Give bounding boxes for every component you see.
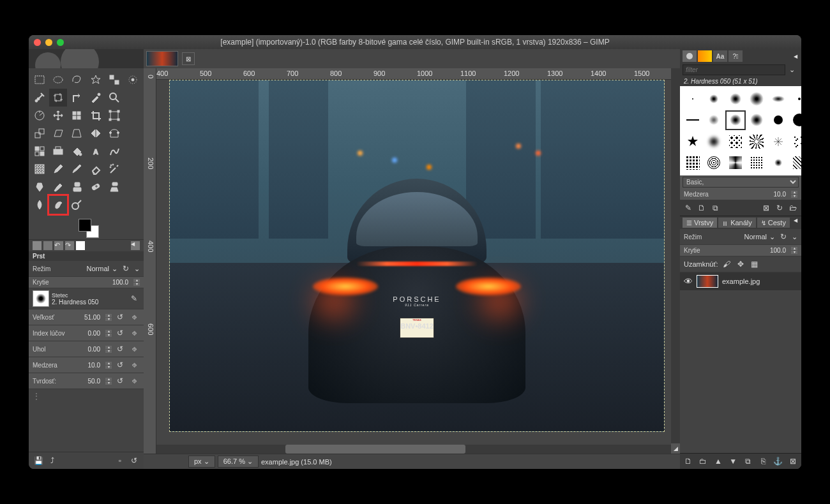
new-group-icon[interactable]: 🗀 bbox=[697, 456, 709, 467]
paths-tab[interactable]: ↯ Cesty bbox=[757, 218, 790, 228]
link-icon[interactable]: ⎆ bbox=[128, 327, 140, 339]
mypaint-tool[interactable] bbox=[49, 178, 67, 196]
lock-position-icon[interactable]: ✥ bbox=[735, 258, 746, 270]
heal-tool[interactable] bbox=[87, 178, 105, 196]
brush-preset-select[interactable]: Basic, bbox=[683, 177, 799, 188]
vertical-scrollbar[interactable]: ◢ bbox=[671, 68, 680, 454]
layer-opacity-row[interactable]: Krytie 100.0 ▴▾ bbox=[680, 245, 801, 256]
align-tool[interactable] bbox=[68, 107, 86, 124]
bucket-fill-tool[interactable] bbox=[68, 142, 86, 160]
link-icon[interactable]: ⎆ bbox=[128, 359, 140, 371]
smudge-tool[interactable] bbox=[49, 196, 67, 214]
chevron-down-icon[interactable]: ⌄ bbox=[112, 265, 117, 273]
move-tool[interactable] bbox=[49, 107, 67, 124]
images-icon[interactable] bbox=[76, 241, 85, 250]
undo-icon[interactable]: ↶ bbox=[54, 241, 63, 250]
canvas[interactable]: PORSCHE911 Carrera TEXASBNV•8412 bbox=[156, 80, 671, 445]
vertical-ruler[interactable]: 0200400600 bbox=[144, 68, 156, 454]
clone-tool[interactable] bbox=[68, 178, 86, 196]
device-status-icon[interactable] bbox=[33, 241, 42, 250]
free-select-tool[interactable] bbox=[68, 71, 86, 89]
blur-tool[interactable] bbox=[31, 196, 49, 214]
chevron-down-icon[interactable]: ⌄ bbox=[134, 265, 140, 273]
layer-name[interactable]: example.jpg bbox=[722, 278, 760, 285]
zoom-tool[interactable] bbox=[105, 89, 123, 107]
unified-transform-tool[interactable] bbox=[105, 107, 123, 124]
layer-thumbnail[interactable] bbox=[697, 275, 718, 288]
dock-menu-icon[interactable]: ◀ bbox=[794, 218, 799, 228]
layer-visibility-icon[interactable]: 👁 bbox=[684, 276, 693, 286]
image-tab-thumbnail[interactable] bbox=[146, 51, 178, 66]
raise-layer-icon[interactable]: ▲ bbox=[713, 456, 724, 467]
crop-tool[interactable] bbox=[49, 89, 67, 107]
restore-preset-icon[interactable]: ⤴ bbox=[47, 455, 58, 466]
chevron-down-icon[interactable]: ⌄ bbox=[769, 233, 775, 241]
opacity-row[interactable]: Krytie 100.0 ▴▾ bbox=[29, 277, 144, 288]
new-layer-icon[interactable]: 🗋 bbox=[683, 456, 694, 467]
duplicate-brush-icon[interactable]: ⧉ bbox=[709, 202, 721, 214]
tool-option-row[interactable]: Tvrdosť:50.0▴▾↺⎆ bbox=[29, 373, 144, 389]
refresh-brushes-icon[interactable]: ↻ bbox=[774, 202, 785, 214]
cage-tool[interactable] bbox=[105, 124, 123, 142]
new-brush-icon[interactable]: 🗋 bbox=[696, 202, 707, 214]
reset-preset-icon[interactable]: ↺ bbox=[128, 455, 140, 466]
shear-tool[interactable] bbox=[49, 124, 67, 142]
rect-select-tool[interactable] bbox=[31, 71, 49, 89]
patterns-tab[interactable] bbox=[698, 50, 712, 62]
layers-tab[interactable]: ☰ Vrstvy bbox=[683, 218, 717, 228]
fonts-tab[interactable]: Aa bbox=[713, 50, 727, 62]
open-as-image-icon[interactable]: 🗁 bbox=[787, 202, 799, 214]
reset-icon[interactable]: ↺ bbox=[114, 343, 126, 355]
lock-pixels-icon[interactable]: 🖌 bbox=[721, 258, 732, 270]
dock-menu-icon[interactable]: ◀ bbox=[131, 241, 140, 250]
reset-icon[interactable]: ↺ bbox=[114, 311, 126, 323]
blend-tool[interactable] bbox=[31, 160, 49, 178]
lower-layer-icon[interactable]: ▼ bbox=[727, 456, 739, 467]
zoom-selector[interactable]: 66.7 % ⌄ bbox=[218, 456, 259, 468]
brush-grid[interactable] bbox=[680, 86, 801, 175]
delete-preset-icon[interactable]: ▫ bbox=[114, 455, 126, 466]
perspective-clone-tool[interactable] bbox=[105, 178, 123, 196]
close-tab-button[interactable]: ⊠ bbox=[182, 52, 195, 65]
document-history-tab[interactable]: ?⃝ bbox=[728, 50, 743, 62]
mode-dropdown[interactable]: Normal bbox=[87, 265, 109, 272]
reset-icon[interactable]: ↺ bbox=[114, 359, 126, 371]
brushes-tab[interactable] bbox=[683, 50, 697, 62]
brush-name[interactable]: 2. Hardness 050 bbox=[52, 299, 126, 306]
unit-selector[interactable]: px ⌄ bbox=[188, 456, 215, 468]
lock-alpha-icon[interactable]: ▦ bbox=[749, 258, 760, 270]
scale-tool[interactable] bbox=[31, 124, 49, 142]
crop-tool-2[interactable] bbox=[87, 107, 105, 124]
brush-filter-input[interactable] bbox=[683, 64, 785, 75]
iscissors-tool[interactable] bbox=[124, 71, 142, 89]
tool-option-row[interactable]: Index lúčov0.00▴▾↺⎆ bbox=[29, 325, 144, 341]
reset-icon[interactable]: ↺ bbox=[114, 327, 126, 339]
save-preset-icon[interactable]: 💾 bbox=[33, 455, 44, 466]
brush-editor-icon[interactable]: ✎ bbox=[128, 293, 140, 304]
ink-tool[interactable] bbox=[31, 178, 49, 196]
perspective-tool[interactable] bbox=[68, 124, 86, 142]
chevron-down-icon[interactable]: ⌄ bbox=[785, 64, 799, 75]
ellipse-select-tool[interactable] bbox=[49, 71, 67, 89]
reset-layer-mode-icon[interactable]: ↻ bbox=[778, 231, 789, 242]
eraser-tool[interactable] bbox=[87, 160, 105, 178]
gradient-tool[interactable] bbox=[105, 142, 123, 160]
reset-icon[interactable]: ↺ bbox=[114, 375, 126, 387]
text-tool[interactable]: A bbox=[87, 142, 105, 160]
foreground-color[interactable] bbox=[79, 219, 91, 232]
reset-mode-icon[interactable]: ↻ bbox=[120, 263, 132, 274]
brush-spacing-row[interactable]: Medzera 10.0 ▴▾ bbox=[680, 189, 801, 200]
dock-menu-icon[interactable]: ◀ bbox=[794, 54, 799, 59]
horizontal-scrollbar[interactable] bbox=[156, 445, 671, 454]
layer-item[interactable]: 👁 example.jpg bbox=[680, 272, 801, 290]
fuzzy-select-tool[interactable] bbox=[87, 71, 105, 89]
foreground-select-tool[interactable] bbox=[31, 89, 49, 107]
measure-tool[interactable] bbox=[31, 107, 49, 124]
delete-layer-icon[interactable]: ⊠ bbox=[787, 456, 799, 467]
by-color-select-tool[interactable] bbox=[105, 71, 123, 89]
warp-tool[interactable] bbox=[31, 142, 49, 160]
link-icon[interactable]: ⎆ bbox=[128, 343, 140, 355]
horizontal-ruler[interactable]: 4005006007008009001000110012001300140015… bbox=[156, 68, 671, 80]
color-picker-tool[interactable] bbox=[87, 89, 105, 107]
tool-option-row[interactable]: Medzera10.0▴▾↺⎆ bbox=[29, 357, 144, 373]
